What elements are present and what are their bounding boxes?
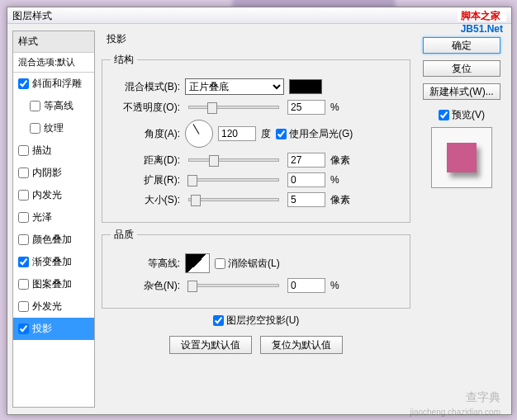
blend-mode-select[interactable]: 正片叠底 bbox=[185, 78, 284, 95]
size-label: 大小(S): bbox=[111, 193, 180, 207]
sidebar-checkbox-3[interactable] bbox=[18, 145, 29, 156]
sidebar-label-3: 描边 bbox=[32, 144, 52, 158]
preview-box bbox=[431, 127, 492, 188]
right-buttons: 确定 复位 新建样式(W)... 预览(V) bbox=[417, 31, 506, 408]
watermark: 脚本之家JB51.Net bbox=[458, 9, 506, 21]
spread-input[interactable] bbox=[287, 172, 325, 187]
quality-group: 品质 等高线: 消除锯齿(L) 杂色(N): % bbox=[102, 228, 410, 309]
sidebar-checkbox-11[interactable] bbox=[18, 323, 29, 334]
sidebar-label-0: 斜面和浮雕 bbox=[32, 77, 82, 91]
sidebar-label-2: 纹理 bbox=[44, 121, 64, 135]
sidebar-item-11[interactable]: 投影 bbox=[13, 318, 94, 340]
sidebar-item-2[interactable]: 纹理 bbox=[13, 117, 94, 139]
spread-slider[interactable] bbox=[188, 178, 279, 182]
sidebar-item-3[interactable]: 描边 bbox=[13, 139, 94, 162]
preview-label: 预览(V) bbox=[452, 108, 485, 122]
noise-unit: % bbox=[330, 280, 339, 291]
contour-label: 等高线: bbox=[111, 257, 180, 271]
blend-mode-label: 混合模式(B): bbox=[111, 80, 180, 94]
sidebar-checkbox-4[interactable] bbox=[18, 168, 29, 178]
sidebar-item-9[interactable]: 图案叠加 bbox=[13, 273, 94, 295]
distance-slider[interactable] bbox=[188, 158, 279, 162]
preview-checkbox[interactable] bbox=[439, 110, 449, 120]
antialias-checkbox[interactable] bbox=[215, 258, 225, 269]
knockout-checkbox[interactable] bbox=[213, 315, 224, 326]
sidebar-item-4[interactable]: 内阴影 bbox=[13, 162, 94, 184]
opacity-unit: % bbox=[330, 101, 339, 113]
sidebar-item-1[interactable]: 等高线 bbox=[13, 95, 94, 117]
distance-label: 距离(D): bbox=[111, 153, 180, 168]
watermark-bottom-url: jiaocheng.chazidian.com bbox=[410, 408, 500, 417]
titlebar: 图层样式 脚本之家JB51.Net bbox=[7, 7, 511, 24]
distance-unit: 像素 bbox=[330, 153, 350, 168]
opacity-input[interactable] bbox=[287, 100, 325, 115]
sidebar-item-7[interactable]: 颜色叠加 bbox=[13, 229, 94, 251]
sidebar-checkbox-10[interactable] bbox=[18, 301, 29, 312]
sidebar-label-11: 投影 bbox=[32, 322, 52, 336]
set-default-button[interactable]: 设置为默认值 bbox=[169, 336, 252, 354]
spread-label: 扩展(R): bbox=[111, 173, 180, 187]
structure-legend: 结构 bbox=[111, 53, 137, 67]
angle-unit: 度 bbox=[261, 127, 271, 141]
sidebar-label-8: 渐变叠加 bbox=[32, 255, 72, 269]
ok-button[interactable]: 确定 bbox=[423, 37, 500, 54]
distance-input[interactable] bbox=[287, 153, 325, 168]
sidebar-label-5: 内发光 bbox=[32, 188, 62, 202]
sidebar-checkbox-2[interactable] bbox=[30, 123, 40, 134]
layer-style-dialog: 图层样式 脚本之家JB51.Net 样式 混合选项:默认 斜面和浮雕等高线纹理描… bbox=[7, 7, 512, 415]
noise-label: 杂色(N): bbox=[111, 279, 180, 293]
sidebar-item-8[interactable]: 渐变叠加 bbox=[13, 251, 94, 273]
sidebar-checkbox-7[interactable] bbox=[18, 234, 29, 245]
watermark-bottom: 查字典 bbox=[466, 390, 500, 405]
global-light-label: 使用全局光(G) bbox=[289, 127, 353, 141]
styles-sidebar: 样式 混合选项:默认 斜面和浮雕等高线纹理描边内阴影内发光光泽颜色叠加渐变叠加图… bbox=[12, 31, 95, 408]
sidebar-item-10[interactable]: 外发光 bbox=[13, 295, 94, 318]
section-title: 投影 bbox=[102, 31, 410, 48]
quality-legend: 品质 bbox=[111, 228, 137, 242]
opacity-slider[interactable] bbox=[188, 106, 279, 109]
angle-dial[interactable] bbox=[185, 120, 213, 148]
sidebar-checkbox-8[interactable] bbox=[18, 257, 29, 267]
size-unit: 像素 bbox=[330, 193, 350, 207]
sidebar-item-6[interactable]: 光泽 bbox=[13, 206, 94, 229]
antialias-label: 消除锯齿(L) bbox=[228, 257, 280, 271]
sidebar-label-6: 光泽 bbox=[32, 210, 52, 224]
noise-slider[interactable] bbox=[188, 284, 279, 287]
angle-input[interactable] bbox=[218, 126, 256, 141]
new-style-button[interactable]: 新建样式(W)... bbox=[423, 83, 500, 100]
sidebar-header: 样式 bbox=[13, 31, 94, 53]
sidebar-label-7: 颜色叠加 bbox=[32, 233, 72, 247]
structure-group: 结构 混合模式(B): 正片叠底 不透明度(O): % 角度(A): 度 bbox=[102, 53, 410, 223]
sidebar-label-9: 图案叠加 bbox=[32, 277, 72, 291]
contour-picker[interactable] bbox=[185, 253, 210, 273]
opacity-label: 不透明度(O): bbox=[111, 101, 180, 115]
knockout-label: 图层挖空投影(U) bbox=[226, 314, 300, 328]
size-slider[interactable] bbox=[188, 198, 279, 201]
reset-default-button[interactable]: 复位为默认值 bbox=[260, 336, 343, 354]
spread-unit: % bbox=[330, 174, 339, 186]
size-input[interactable] bbox=[287, 192, 325, 207]
sidebar-blend-options[interactable]: 混合选项:默认 bbox=[13, 53, 94, 73]
sidebar-item-0[interactable]: 斜面和浮雕 bbox=[13, 73, 94, 95]
main-panel: 投影 结构 混合模式(B): 正片叠底 不透明度(O): % 角度(A): bbox=[95, 31, 417, 408]
sidebar-checkbox-1[interactable] bbox=[30, 101, 40, 111]
global-light-checkbox[interactable] bbox=[276, 129, 287, 139]
sidebar-checkbox-0[interactable] bbox=[18, 78, 29, 89]
noise-input[interactable] bbox=[287, 278, 325, 293]
sidebar-label-4: 内阴影 bbox=[32, 166, 62, 180]
sidebar-item-5[interactable]: 内发光 bbox=[13, 184, 94, 206]
sidebar-checkbox-5[interactable] bbox=[18, 190, 29, 201]
preview-swatch bbox=[447, 143, 477, 172]
window-title: 图层样式 bbox=[12, 9, 52, 21]
angle-label: 角度(A): bbox=[111, 127, 180, 141]
cancel-button[interactable]: 复位 bbox=[423, 60, 500, 77]
sidebar-label-10: 外发光 bbox=[32, 300, 62, 314]
sidebar-checkbox-6[interactable] bbox=[18, 212, 29, 223]
sidebar-checkbox-9[interactable] bbox=[18, 279, 29, 290]
sidebar-label-1: 等高线 bbox=[44, 99, 74, 113]
shadow-color-swatch[interactable] bbox=[289, 79, 322, 94]
